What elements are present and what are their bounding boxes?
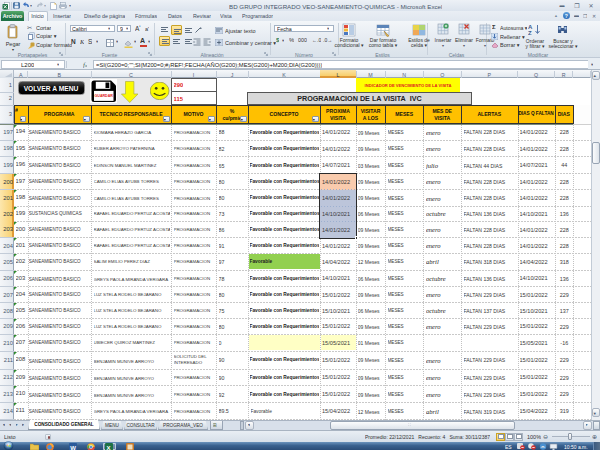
svg-text:Z: Z [528, 30, 532, 36]
svg-text:GUARDAR: GUARDAR [95, 93, 114, 97]
svg-text:W: W [70, 445, 76, 450]
svg-text:X: X [106, 445, 110, 450]
